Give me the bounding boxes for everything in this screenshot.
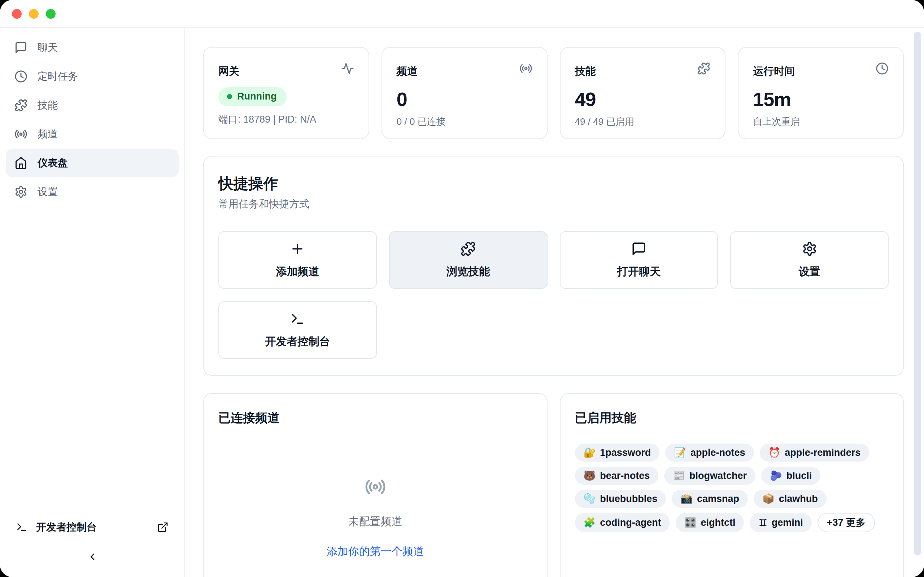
add-first-channel-link[interactable]: 添加你的第一个频道 xyxy=(327,544,424,559)
terminal-icon xyxy=(16,521,27,533)
skills-stat-card: 技能 49 49 / 49 已启用 xyxy=(560,47,726,139)
package-emoji: 📦 xyxy=(762,493,775,504)
main-content: 网关 Running 端口: 18789 | PID: N/A 频道 0 0 /… xyxy=(186,28,924,577)
sidebar-item-settings[interactable]: 设置 xyxy=(6,177,179,206)
sidebar-item-scheduled-tasks[interactable]: 定时任务 xyxy=(6,62,179,91)
radio-icon xyxy=(519,62,532,75)
app-window: 聊天 定时任务 技能 频道 仪表盘 设置 xyxy=(0,0,924,577)
puzzle-emoji: 🧩 xyxy=(584,517,596,528)
memo-emoji: 📝 xyxy=(674,447,686,458)
sidebar-item-label: 频道 xyxy=(37,127,58,141)
titlebar xyxy=(0,0,924,28)
sidebar-collapse-button[interactable] xyxy=(82,547,102,567)
gateway-detail: 端口: 18789 | PID: N/A xyxy=(218,113,354,126)
skill-tag: 📰blogwatcher xyxy=(664,467,756,485)
stat-cards: 网关 Running 端口: 18789 | PID: N/A 频道 0 0 /… xyxy=(203,47,904,139)
uptime-card-title: 运行时间 xyxy=(753,62,795,79)
show-more-skills-button[interactable]: +37 更多 xyxy=(817,513,875,532)
skill-tag-list: 🔐1password 📝apple-notes ⏰apple-reminders… xyxy=(575,443,889,532)
quick-actions-title: 快捷操作 xyxy=(218,174,888,193)
gateway-card-title: 网关 xyxy=(218,62,239,79)
knobs-emoji: 🎛️ xyxy=(684,517,696,528)
blueberries-emoji: 🫐 xyxy=(770,470,782,482)
sidebar-item-chat[interactable]: 聊天 xyxy=(6,33,179,62)
gemini-emoji: ♊ xyxy=(758,517,767,528)
gateway-status-badge: Running xyxy=(218,87,287,106)
bubbles-emoji: 🫧 xyxy=(584,493,596,504)
empty-state-text: 未配置频道 xyxy=(348,514,402,529)
skill-tag: 📦clawhub xyxy=(754,490,827,508)
external-link-icon[interactable] xyxy=(157,521,168,533)
puzzle-icon xyxy=(460,241,476,256)
sidebar-item-channels[interactable]: 频道 xyxy=(6,120,179,148)
connected-channels-title: 已连接频道 xyxy=(218,410,532,426)
camera-emoji: 📸 xyxy=(680,493,693,504)
skill-tag: 🎛️eightctl xyxy=(676,513,744,532)
chevron-left-icon xyxy=(87,551,98,562)
chat-icon xyxy=(631,241,646,256)
skill-tag: 🫧bluebubbles xyxy=(575,490,666,508)
puzzle-icon xyxy=(15,99,27,112)
sidebar-item-label: 设置 xyxy=(37,185,58,199)
dev-console-label: 开发者控制台 xyxy=(36,521,97,534)
home-icon xyxy=(15,156,27,169)
skill-tag: 🧩coding-agent xyxy=(575,513,670,532)
bear-emoji: 🐻 xyxy=(584,470,596,482)
channels-card-title: 频道 xyxy=(397,62,418,79)
radio-icon xyxy=(365,476,386,498)
alarm-emoji: ⏰ xyxy=(769,447,781,458)
terminal-icon xyxy=(290,311,305,326)
skill-tag: ⏰apple-reminders xyxy=(760,443,869,462)
sidebar-item-label: 仪表盘 xyxy=(37,156,68,170)
uptime-value: 15m xyxy=(753,88,888,110)
sidebar-item-skills[interactable]: 技能 xyxy=(6,91,179,120)
skills-detail: 49 / 49 已启用 xyxy=(575,115,711,128)
uptime-detail: 自上次重启 xyxy=(753,115,888,128)
connected-channels-card: 已连接频道 未配置频道 添加你的第一个频道 xyxy=(203,393,548,577)
skills-count: 49 xyxy=(575,88,711,110)
quick-actions-card: 快捷操作 常用任务和快捷方式 添加频道 浏览技能 打开聊天 设置 xyxy=(203,156,904,376)
skill-tag: 🔐1password xyxy=(575,443,660,462)
lock-emoji: 🔐 xyxy=(584,447,596,458)
sidebar-item-label: 聊天 xyxy=(37,41,58,55)
skill-tag: 🐻bear-notes xyxy=(575,467,659,485)
channels-detail: 0 / 0 已连接 xyxy=(397,115,532,128)
gear-icon xyxy=(802,241,817,256)
status-dot xyxy=(227,94,232,99)
sidebar-item-label: 定时任务 xyxy=(37,69,78,83)
chat-icon xyxy=(15,41,27,54)
clock-icon xyxy=(876,62,888,75)
channels-count: 0 xyxy=(397,88,532,110)
add-channel-button[interactable]: 添加频道 xyxy=(218,231,377,289)
radio-icon xyxy=(15,128,27,141)
skills-card-title: 技能 xyxy=(575,62,596,79)
enabled-skills-title: 已启用技能 xyxy=(575,410,889,426)
skill-tag: 📝apple-notes xyxy=(665,443,754,462)
maximize-button[interactable] xyxy=(46,9,56,19)
skill-tag: 📸camsnap xyxy=(672,490,748,508)
quick-actions-subtitle: 常用任务和快捷方式 xyxy=(218,197,888,211)
puzzle-icon xyxy=(697,62,710,75)
scrollbar-thumb[interactable] xyxy=(914,32,921,555)
enabled-skills-card: 已启用技能 🔐1password 📝apple-notes ⏰apple-rem… xyxy=(560,393,904,577)
dev-console-button[interactable]: 开发者控制台 xyxy=(0,513,184,542)
open-chat-button[interactable]: 打开聊天 xyxy=(560,231,718,289)
sidebar-item-dashboard[interactable]: 仪表盘 xyxy=(6,148,179,177)
skill-tag: 🫐blucli xyxy=(761,467,821,485)
skill-tag: ♊gemini xyxy=(750,513,811,532)
newspaper-emoji: 📰 xyxy=(673,470,685,482)
sidebar-item-label: 技能 xyxy=(37,98,58,112)
activity-icon xyxy=(341,62,354,75)
dev-console-quick-button[interactable]: 开发者控制台 xyxy=(218,301,377,359)
uptime-stat-card: 运行时间 15m 自上次重启 xyxy=(738,47,904,139)
browse-skills-button[interactable]: 浏览技能 xyxy=(389,231,548,289)
gear-icon xyxy=(15,185,27,198)
plus-icon xyxy=(290,241,305,256)
close-button[interactable] xyxy=(12,9,22,19)
channels-stat-card: 频道 0 0 / 0 已连接 xyxy=(381,47,548,139)
clock-icon xyxy=(15,70,27,83)
minimize-button[interactable] xyxy=(29,9,39,19)
settings-button[interactable]: 设置 xyxy=(730,231,888,289)
sidebar: 聊天 定时任务 技能 频道 仪表盘 设置 xyxy=(0,28,185,577)
gateway-stat-card: 网关 Running 端口: 18789 | PID: N/A xyxy=(203,47,369,139)
